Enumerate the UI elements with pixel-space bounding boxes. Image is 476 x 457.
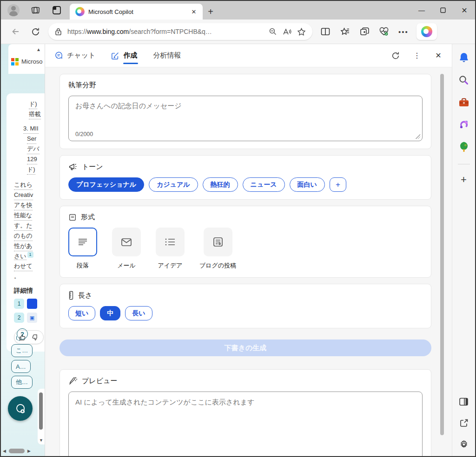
suggestion-chip[interactable]: こ… — [11, 344, 33, 357]
copilot-panel: チャット 作成 分析情報 ⋮ ✕ — [45, 44, 452, 456]
thumbs-down-icon[interactable] — [32, 333, 39, 341]
page-horizontal-scrollbar[interactable]: ◀ ▶ — [3, 448, 42, 454]
tab-compose[interactable]: 作成 — [111, 44, 137, 67]
tone-option-casual[interactable]: カジュアル — [149, 177, 198, 192]
format-option-ideas[interactable]: アイデア — [156, 228, 185, 270]
scroll-left-icon[interactable]: ◀ — [3, 449, 6, 453]
browser-window: Microsoft Copilot ✕ + — ✕ https://www.bi… — [0, 0, 476, 457]
browser-essentials-icon[interactable] — [377, 25, 390, 38]
tree-app-icon[interactable] — [458, 141, 470, 153]
tone-option-funny[interactable]: 面白い — [290, 177, 325, 192]
window-close-button[interactable]: ✕ — [454, 1, 475, 20]
refresh-icon[interactable] — [29, 25, 42, 38]
citation-superscript[interactable]: 1 — [27, 252, 33, 258]
page-line: 搭載 — [29, 110, 41, 119]
back-icon[interactable] — [9, 25, 22, 38]
favorites-hub-icon[interactable] — [338, 25, 351, 38]
browser-tab[interactable]: Microsoft Copilot ✕ — [70, 4, 203, 20]
compose-form: 執筆分野 お母さんへの記念日のメッセージ 0/2000 トーン プロフェッショナ… — [45, 67, 452, 456]
chat-bubble-icon — [54, 51, 63, 60]
topic-placeholder: お母さんへの記念日のメッセージ — [75, 102, 416, 111]
scroll-right-icon[interactable]: ▶ — [27, 449, 31, 453]
address-bar[interactable]: https://www.bing.com/search?form=NTPCHB&… — [48, 23, 312, 40]
tab-chat[interactable]: チャット — [54, 44, 95, 67]
notifications-bell-icon[interactable] — [458, 52, 470, 64]
format-option-paragraph[interactable]: 段落 — [68, 228, 97, 270]
length-option-long[interactable]: 長い — [125, 306, 152, 320]
tab-insights[interactable]: 分析情報 — [153, 44, 181, 67]
generate-draft-button[interactable]: 下書きの生成 — [60, 339, 431, 356]
blog-post-icon — [212, 236, 224, 248]
lock-icon[interactable] — [55, 28, 62, 36]
char-counter: 0/2000 — [75, 131, 93, 137]
resize-handle-icon[interactable] — [416, 134, 420, 139]
format-option-email[interactable]: メール — [112, 228, 141, 270]
sidebar-settings-gear-icon[interactable] — [458, 438, 470, 450]
topic-card: 執筆分野 お母さんへの記念日のメッセージ 0/2000 — [60, 74, 431, 149]
tab-close-icon[interactable]: ✕ — [189, 7, 199, 17]
sidebar-add-icon[interactable]: + — [458, 174, 470, 186]
favorite-star-icon[interactable] — [297, 27, 306, 36]
document-icon — [68, 213, 77, 222]
toolbox-icon[interactable] — [458, 96, 470, 108]
collapse-up-icon[interactable]: ▲ — [36, 47, 41, 52]
preview-placeholder: AI によって生成されたコンテンツがここに表示されます — [75, 398, 254, 406]
open-external-icon[interactable] — [458, 417, 470, 429]
panel-more-icon[interactable]: ⋮ — [412, 51, 422, 61]
panel-scrollbar-thumb[interactable] — [440, 74, 444, 435]
scrollbar-thumb[interactable] — [9, 449, 25, 453]
tone-label: トーン — [82, 163, 103, 171]
collections-add-icon[interactable] — [358, 25, 371, 38]
copilot-sidebar-button[interactable] — [416, 23, 437, 40]
panel-close-icon[interactable]: ✕ — [433, 51, 443, 61]
page-vertical-scrollbar[interactable] — [38, 389, 45, 444]
citation-favicon: ▣ — [27, 313, 37, 323]
panel-refresh-icon[interactable] — [390, 51, 401, 61]
chat-plus-icon — [14, 403, 26, 415]
tab-compose-label: 作成 — [123, 51, 137, 60]
tone-option-news[interactable]: ニュース — [243, 177, 285, 192]
tab-actions-menu-icon[interactable] — [52, 6, 61, 15]
megaphone-icon — [68, 162, 78, 171]
page-line: Creativ — [14, 190, 33, 200]
split-screen-icon[interactable] — [319, 25, 332, 38]
topic-input[interactable]: お母さんへの記念日のメッセージ 0/2000 — [68, 96, 423, 141]
citation-row[interactable]: 1 — [14, 299, 45, 309]
page-content: ド) 搭載 3. MII Ser デバ 129 ド) これら Creativ ア… — [7, 93, 45, 352]
format-card: 形式 段落 メール — [60, 206, 431, 278]
sidebar-panel-icon[interactable] — [458, 396, 470, 408]
tab-insights-label: 分析情報 — [153, 51, 181, 60]
settings-more-icon[interactable]: ••• — [397, 25, 410, 38]
citation-number: 1 — [14, 299, 24, 309]
suggestion-chip[interactable]: A… — [11, 360, 31, 373]
page-line: す。た — [14, 221, 33, 231]
page-line: わせて — [14, 261, 33, 271]
sidebar-search-icon[interactable] — [458, 74, 470, 86]
new-topic-button[interactable] — [8, 396, 33, 421]
window-minimize-button[interactable]: — — [411, 1, 432, 20]
window-maximize-button[interactable] — [432, 1, 454, 20]
length-option-medium[interactable]: 中 — [100, 306, 120, 320]
length-option-short[interactable]: 短い — [68, 306, 95, 320]
paragraph-icon — [77, 236, 89, 248]
page-line: これら — [14, 180, 33, 190]
citation-favicon — [27, 299, 37, 309]
citation-row[interactable]: 2 ▣ — [14, 313, 45, 323]
scrollbar-thumb[interactable] — [39, 392, 43, 430]
read-aloud-icon[interactable] — [283, 28, 291, 36]
workspaces-icon[interactable] — [31, 5, 41, 15]
zoom-out-icon[interactable] — [269, 27, 277, 36]
tone-option-professional[interactable]: プロフェッショナル — [68, 177, 144, 192]
new-tab-button[interactable]: + — [203, 4, 218, 20]
help-icon[interactable]: ? — [17, 328, 28, 339]
tone-add-button[interactable]: + — [330, 177, 346, 192]
tone-option-enthusiastic[interactable]: 熱狂的 — [203, 177, 238, 192]
profile-avatar[interactable] — [7, 4, 20, 16]
scroll-down-icon[interactable]: ▼ — [39, 438, 43, 443]
format-option-blog-post[interactable]: ブログの投稿 — [199, 228, 236, 270]
citation-number: 2 — [14, 313, 24, 323]
page-line: 129 — [27, 155, 37, 164]
url-text: https://www.bing.com/search?form=NTPCHB&… — [67, 28, 263, 35]
games-icon[interactable] — [458, 118, 470, 131]
suggestion-chip[interactable]: 他… — [11, 376, 33, 389]
